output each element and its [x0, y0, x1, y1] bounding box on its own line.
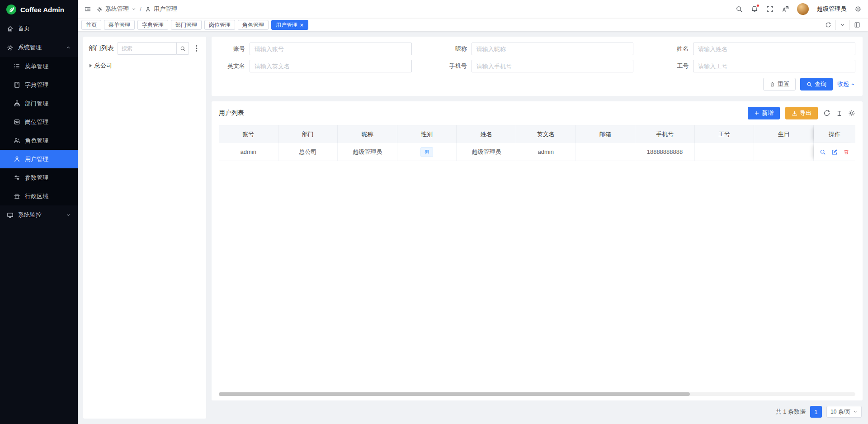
tab-user-management[interactable]: 用户管理: [271, 20, 308, 30]
total-count-label: 共 1 条数据: [776, 408, 806, 416]
refresh-icon[interactable]: [821, 20, 835, 30]
tab-menu-management[interactable]: 菜单管理: [104, 20, 135, 30]
cell-nickname: 超级管理员: [338, 143, 397, 161]
chevron-down-icon: [66, 212, 71, 218]
book-icon: [14, 81, 20, 88]
tab-role-management[interactable]: 角色管理: [238, 20, 269, 30]
sidebar-item-home[interactable]: 首页: [0, 19, 78, 38]
tab-home[interactable]: 首页: [81, 20, 101, 30]
page-number-button[interactable]: 1: [810, 406, 822, 418]
sidebar-item-user-management[interactable]: 用户管理: [0, 150, 78, 168]
tree-node-label: 总公司: [94, 62, 112, 70]
translate-icon[interactable]: [782, 5, 789, 13]
export-button[interactable]: 导出: [785, 107, 818, 119]
column-header: 英文名: [516, 125, 576, 143]
current-user-name[interactable]: 超级管理员: [817, 5, 846, 13]
page-size-select[interactable]: 10 条/页: [826, 406, 862, 418]
notifications-bell-icon[interactable]: [751, 5, 758, 13]
column-header: 手机号: [635, 125, 695, 143]
sidebar-item-param-management[interactable]: 参数管理: [0, 168, 78, 187]
field-label: 工号: [662, 62, 689, 70]
sidebar-item-dept-management[interactable]: 部门管理: [0, 94, 78, 113]
sidebar-item-system-management[interactable]: 系统管理: [0, 38, 78, 57]
pagination: 共 1 条数据 1 10 条/页: [212, 406, 863, 419]
system-submenu: 菜单管理 字典管理 部门管理 岗位管理 角色管理 用户管理: [0, 57, 78, 205]
cell-email: [576, 143, 636, 161]
layout-icon[interactable]: [849, 20, 864, 30]
sidebar-item-label: 菜单管理: [25, 62, 48, 71]
sidebar-item-role-management[interactable]: 角色管理: [0, 131, 78, 150]
plus-icon: [754, 110, 760, 116]
tab-dept-management[interactable]: 部门管理: [171, 20, 202, 30]
search-icon[interactable]: [736, 5, 743, 13]
filter-field-phone: 手机号: [441, 60, 634, 72]
column-header: 账号: [219, 125, 278, 143]
breadcrumb: 系统管理 / 用户管理: [97, 5, 177, 13]
tab-post-management[interactable]: 岗位管理: [204, 20, 235, 30]
refresh-icon[interactable]: [823, 110, 830, 117]
phone-input[interactable]: [472, 60, 634, 72]
fullscreen-icon[interactable]: [766, 5, 774, 13]
column-header-actions: 操作: [814, 125, 855, 143]
department-search-button[interactable]: [176, 42, 189, 55]
name-input[interactable]: [693, 43, 855, 55]
tab-dict-management[interactable]: 字典管理: [137, 20, 168, 30]
logo: Coffee Admin: [0, 0, 78, 19]
reset-button[interactable]: 重置: [763, 78, 796, 91]
tab-label: 菜单管理: [108, 21, 130, 29]
logo-text: Coffee Admin: [20, 6, 64, 14]
tab-label: 岗位管理: [209, 21, 231, 29]
filter-field-name: 姓名: [662, 43, 855, 55]
people-icon: [14, 137, 20, 144]
tabs-tools: [821, 20, 864, 30]
chevron-up-icon: [850, 82, 855, 87]
sidebar-item-admin-region[interactable]: 行政区域: [0, 187, 78, 205]
job-number-input[interactable]: [693, 60, 855, 72]
close-icon[interactable]: [300, 23, 304, 27]
english-name-input[interactable]: [250, 60, 412, 72]
caret-right-icon[interactable]: [90, 64, 92, 67]
collapse-filters-link[interactable]: 收起: [837, 80, 855, 88]
filter-field-account: 账号: [219, 43, 412, 55]
settings-gear-icon[interactable]: [854, 5, 862, 13]
avatar[interactable]: [797, 3, 809, 15]
sidebar-item-menu-management[interactable]: 菜单管理: [0, 57, 78, 76]
sidebar-item-label: 字典管理: [25, 81, 48, 89]
more-options-icon[interactable]: [193, 45, 201, 52]
scrollbar-thumb[interactable]: [219, 392, 690, 396]
add-button-label: 新增: [762, 109, 774, 117]
sidebar-item-label: 岗位管理: [25, 118, 48, 126]
view-icon[interactable]: [820, 149, 826, 155]
search-button[interactable]: 查询: [800, 78, 833, 91]
table-row[interactable]: admin 总公司 超级管理员 男 超级管理员 admin 1888888888…: [219, 143, 855, 161]
tree-node-head-office[interactable]: 总公司: [89, 60, 201, 71]
table-header-row: 账号 部门 昵称 性别 姓名 英文名 邮箱 手机号 工号 生日 操作: [219, 125, 855, 143]
topbar-actions: 超级管理员: [736, 3, 862, 15]
sidebar-item-label: 系统监控: [18, 211, 42, 219]
sidebar-item-dict-management[interactable]: 字典管理: [0, 76, 78, 94]
chevron-down-icon: [853, 410, 858, 414]
cell-english-name: admin: [516, 143, 576, 161]
export-button-label: 导出: [800, 109, 811, 117]
gear-icon: [7, 44, 14, 51]
sidebar-item-label: 系统管理: [18, 43, 42, 52]
department-search-input[interactable]: [118, 42, 176, 55]
tabs-bar: 首页 菜单管理 字典管理 部门管理 岗位管理 角色管理 用户管理: [78, 18, 868, 31]
sidebar-item-system-monitor[interactable]: 系统监控: [0, 205, 78, 224]
account-input[interactable]: [250, 43, 412, 55]
table-title: 用户列表: [219, 109, 244, 117]
delete-icon[interactable]: [843, 149, 849, 155]
sidebar-fold-icon[interactable]: [84, 5, 91, 13]
nickname-input[interactable]: [472, 43, 634, 55]
sidebar-item-post-management[interactable]: 岗位管理: [0, 113, 78, 131]
column-settings-gear-icon[interactable]: [848, 110, 855, 117]
row-density-icon[interactable]: [836, 110, 843, 117]
tabs-chevron-down-icon[interactable]: [835, 20, 849, 30]
reset-button-label: 重置: [778, 80, 789, 88]
edit-icon[interactable]: [831, 149, 838, 155]
add-user-button[interactable]: 新增: [748, 107, 780, 119]
sidebar-item-label: 行政区域: [25, 192, 48, 200]
field-label: 英文名: [219, 62, 245, 70]
notification-badge: [756, 4, 760, 7]
breadcrumb-item[interactable]: 系统管理: [105, 5, 129, 13]
